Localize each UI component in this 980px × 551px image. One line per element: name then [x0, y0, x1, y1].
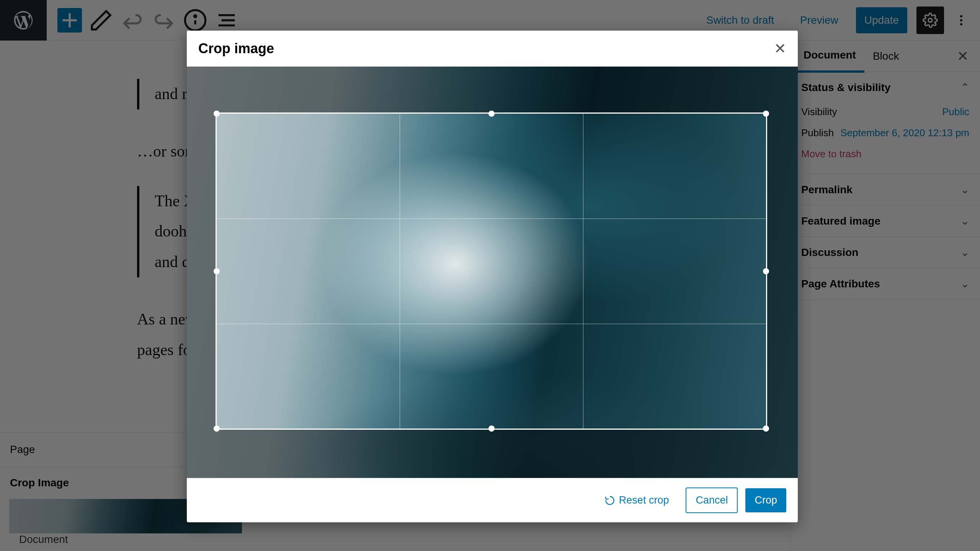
crop-handle-bottom-right[interactable] [763, 425, 769, 432]
modal-footer: Reset crop Cancel Crop [187, 478, 798, 522]
modal-close-button[interactable]: ✕ [774, 41, 786, 56]
crop-handle-right[interactable] [763, 268, 769, 274]
modal-header: Crop image ✕ [187, 31, 798, 67]
crop-canvas[interactable] [187, 67, 798, 478]
crop-image-modal: Crop image ✕ Reset crop Cancel Crop [187, 31, 798, 522]
reset-crop-button[interactable]: Reset crop [595, 488, 678, 512]
crop-dim-bottom [187, 430, 798, 478]
crop-dim-right [767, 112, 798, 430]
crop-selection[interactable] [216, 112, 767, 430]
crop-handle-top[interactable] [488, 111, 495, 117]
cancel-button[interactable]: Cancel [686, 487, 738, 513]
crop-dim-left [187, 112, 216, 430]
crop-gridline [400, 114, 400, 429]
crop-dim-top [187, 67, 798, 112]
modal-title: Crop image [198, 41, 274, 57]
crop-handle-bottom[interactable] [488, 425, 495, 432]
reset-crop-label: Reset crop [619, 494, 669, 506]
crop-handle-left[interactable] [214, 268, 220, 274]
reset-icon [604, 495, 615, 506]
crop-gridline [583, 114, 583, 429]
crop-handle-top-right[interactable] [763, 111, 769, 117]
crop-handle-top-left[interactable] [214, 111, 220, 117]
crop-button[interactable]: Crop [745, 488, 786, 512]
crop-handle-bottom-left[interactable] [214, 425, 220, 432]
